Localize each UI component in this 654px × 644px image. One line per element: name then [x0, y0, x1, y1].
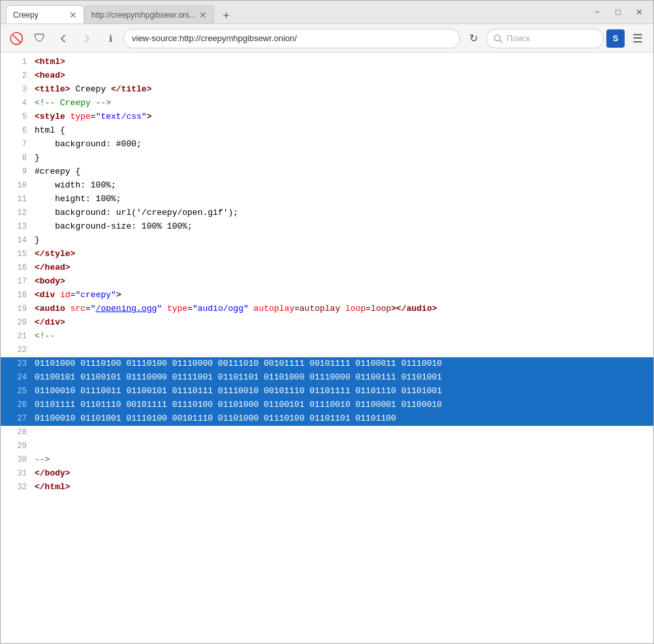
home-icon[interactable]: 🛡: [29, 28, 50, 49]
title-bar: Creepy ✕ http://creepymhpgibsewr.oni... …: [1, 1, 653, 24]
code-line-23: 23 01101000 01110100 01110100 01110000 0…: [1, 357, 653, 371]
window-controls: − □ ✕: [588, 3, 648, 22]
code-line-27: 27 01100010 01101001 01110100 00101110 0…: [1, 412, 653, 426]
code-line-10: 10 width: 100%;: [1, 179, 653, 193]
code-line-21: 21 <!--: [1, 330, 653, 344]
code-line-3: 3 <title> Creepy </title>: [1, 83, 653, 97]
code-line-28: 28: [1, 426, 653, 440]
code-line-17: 17 <body>: [1, 275, 653, 289]
code-line-16: 16 </head>: [1, 261, 653, 275]
minimize-button[interactable]: −: [588, 3, 606, 22]
nav-bar: 🚫 🛡 ℹ view-source:http://creepymhpgibsew…: [1, 24, 653, 53]
code-line-31: 31 </body>: [1, 467, 653, 481]
info-button[interactable]: ℹ: [100, 28, 121, 49]
code-line-6: 6 html {: [1, 124, 653, 138]
code-line-26: 26 01101111 01101110 00101111 01110100 0…: [1, 398, 653, 412]
refresh-button[interactable]: ↻: [463, 28, 484, 49]
code-line-5: 5 <style type="text/css">: [1, 110, 653, 124]
code-line-8: 8 }: [1, 152, 653, 165]
code-line-7: 7 background: #000;: [1, 138, 653, 152]
code-line-32: 32 </html>: [1, 481, 653, 494]
code-line-30: 30 -->: [1, 453, 653, 467]
code-line-29: 29: [1, 440, 653, 453]
new-tab-button[interactable]: +: [218, 8, 234, 24]
code-line-14: 14 }: [1, 234, 653, 248]
code-line-13: 13 background-size: 100% 100%;: [1, 220, 653, 234]
tab-source-close[interactable]: ✕: [199, 10, 207, 20]
security-icon[interactable]: 🚫: [6, 28, 27, 49]
menu-button[interactable]: ☰: [627, 28, 648, 49]
back-button[interactable]: [53, 28, 74, 49]
code-line-15: 15 </style>: [1, 248, 653, 261]
browser-window: Creepy ✕ http://creepymhpgibsewr.oni... …: [0, 0, 654, 644]
source-content: 1 <html> 2 <head> 3 <title> Creepy </tit…: [1, 53, 653, 643]
code-line-24: 24 01100101 01100101 01110000 01111001 0…: [1, 371, 653, 385]
search-icon: [493, 34, 503, 43]
tab-source-label: http://creepymhpgibsewr.oni...: [91, 10, 195, 20]
code-line-19: 19 <audio src="/opening.ogg" type="audio…: [1, 302, 653, 316]
code-line-20: 20 </div>: [1, 316, 653, 330]
code-line-1: 1 <html>: [1, 56, 653, 69]
tab-creepy[interactable]: Creepy ✕: [6, 5, 84, 24]
address-bar[interactable]: view-source:http://creepymhpgibsewr.onio…: [123, 29, 460, 48]
code-line-4: 4 <!-- Creepy -->: [1, 97, 653, 110]
svg-line-1: [500, 40, 503, 42]
close-button[interactable]: ✕: [630, 3, 648, 22]
audio-link[interactable]: /opening.ogg: [96, 304, 157, 314]
code-line-12: 12 background: url('/creepy/open.gif');: [1, 206, 653, 220]
code-line-2: 2 <head>: [1, 69, 653, 83]
code-line-22: 22: [1, 344, 653, 357]
tab-source[interactable]: http://creepymhpgibsewr.oni... ✕: [84, 5, 214, 24]
search-placeholder: Поиск: [506, 33, 530, 43]
tab-creepy-label: Creepy: [13, 10, 65, 20]
tab-area: Creepy ✕ http://creepymhpgibsewr.oni... …: [6, 1, 583, 24]
forward-button[interactable]: [76, 28, 97, 49]
address-text: view-source:http://creepymhpgibsewr.onio…: [132, 33, 452, 43]
code-line-25: 25 01100010 01110011 01100101 01110111 0…: [1, 385, 653, 398]
search-bar[interactable]: Поиск: [486, 29, 604, 48]
account-button[interactable]: S: [606, 29, 625, 48]
tab-creepy-close[interactable]: ✕: [69, 10, 77, 20]
code-line-18: 18 <div id="creepy">: [1, 289, 653, 302]
maximize-button[interactable]: □: [609, 3, 627, 22]
code-line-9: 9 #creepy {: [1, 165, 653, 179]
code-area: 1 <html> 2 <head> 3 <title> Creepy </tit…: [1, 53, 653, 497]
code-line-11: 11 height: 100%;: [1, 193, 653, 206]
